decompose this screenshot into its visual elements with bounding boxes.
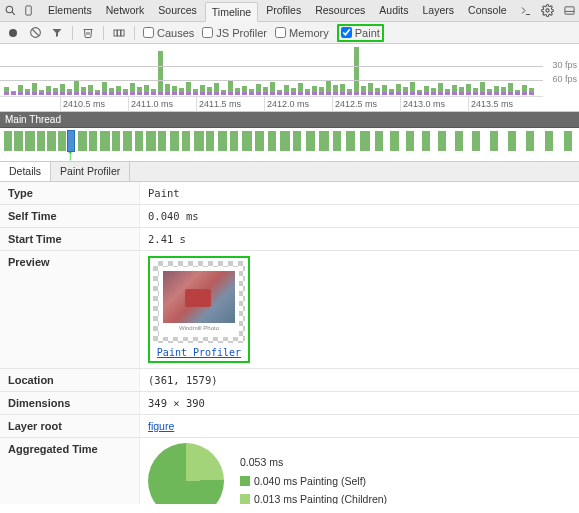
svg-rect-10 <box>114 30 117 36</box>
agg-self: 0.040 ms Painting (Self) <box>254 475 366 487</box>
frames-icon[interactable] <box>112 26 126 40</box>
devtools-tabbar: Elements Network Sources Timeline Profil… <box>0 0 579 22</box>
dock-icon[interactable] <box>563 4 577 18</box>
separator <box>103 26 104 40</box>
location-key: Location <box>0 369 140 391</box>
tab-network[interactable]: Network <box>100 1 151 21</box>
event-detail-tabs: Details Paint Profiler <box>0 162 579 182</box>
fps-60-label: 60 fps <box>552 74 577 84</box>
record-icon[interactable] <box>6 26 20 40</box>
type-key: Type <box>0 182 140 204</box>
svg-rect-2 <box>26 6 32 15</box>
memory-label: Memory <box>289 27 329 39</box>
jsprofiler-checkbox[interactable]: JS Profiler <box>202 27 267 39</box>
separator <box>72 26 73 40</box>
time-tick: 2412.5 ms <box>332 97 377 112</box>
timeline-toolbar: Causes JS Profiler Memory Paint <box>0 22 579 44</box>
tab-elements[interactable]: Elements <box>42 1 98 21</box>
agg-children: 0.013 ms Painting (Children) <box>254 493 387 504</box>
dimensions-key: Dimensions <box>0 392 140 414</box>
preview-image <box>163 271 235 323</box>
layerroot-key: Layer root <box>0 415 140 437</box>
fps-overview[interactable]: 30 fps 60 fps 2410.5 ms2411.0 ms2411.5 m… <box>0 44 579 112</box>
preview-thumbnail: Windmill Photo <box>153 261 245 343</box>
tab-profiles[interactable]: Profiles <box>260 1 307 21</box>
tab-sources[interactable]: Sources <box>152 1 203 21</box>
svg-rect-11 <box>118 30 121 36</box>
paint-highlight: Paint <box>337 24 384 42</box>
pie-legend: 0.053 ms 0.040 ms Painting (Self) 0.013 … <box>240 453 387 504</box>
tab-audits[interactable]: Audits <box>373 1 414 21</box>
fps-60-line <box>0 80 543 81</box>
main-thread-label: Main Thread <box>0 112 579 128</box>
time-tick: 2413.5 ms <box>468 97 513 112</box>
time-tick: 2411.5 ms <box>196 97 241 112</box>
dimensions-value: 349 × 390 <box>140 392 579 414</box>
svg-rect-12 <box>121 30 124 36</box>
starttime-key: Start Time <box>0 228 140 250</box>
panel-tabs: Elements Network Sources Timeline Profil… <box>42 1 513 21</box>
causes-checkbox[interactable]: Causes <box>143 27 194 39</box>
svg-point-7 <box>9 29 17 37</box>
tab-timeline[interactable]: Timeline <box>205 2 258 22</box>
tab-paint-profiler[interactable]: Paint Profiler <box>51 162 130 181</box>
time-ruler: 2410.5 ms2411.0 ms2411.5 ms2412.0 ms2412… <box>0 96 543 111</box>
filter-icon[interactable] <box>50 26 64 40</box>
gear-icon[interactable] <box>541 4 555 18</box>
preview-caption: Windmill Photo <box>163 325 235 331</box>
tab-resources[interactable]: Resources <box>309 1 371 21</box>
swatch-self-icon <box>240 476 250 486</box>
tab-layers[interactable]: Layers <box>417 1 461 21</box>
aggregated-pie-chart <box>148 443 224 504</box>
paint-checkbox[interactable]: Paint <box>341 27 380 39</box>
swatch-children-icon <box>240 494 250 504</box>
details-pane[interactable]: TypePaint Self Time0.040 ms Start Time2.… <box>0 182 579 504</box>
selftime-key: Self Time <box>0 205 140 227</box>
paint-profiler-link[interactable]: Paint Profiler <box>153 347 245 358</box>
starttime-value: 2.41 s <box>140 228 579 250</box>
device-icon[interactable] <box>23 4 34 18</box>
aggtime-key: Aggregated Time <box>0 438 140 504</box>
svg-point-4 <box>546 9 549 12</box>
svg-line-1 <box>12 12 15 15</box>
fps-30-label: 30 fps <box>552 60 577 70</box>
console-toggle-icon[interactable] <box>519 4 533 18</box>
svg-rect-5 <box>565 7 574 14</box>
trash-icon[interactable] <box>81 26 95 40</box>
preview-highlight: Windmill Photo Paint Profiler <box>148 256 250 363</box>
time-tick: 2411.0 ms <box>128 97 173 112</box>
time-tick: 2412.0 ms <box>264 97 309 112</box>
clear-icon[interactable] <box>28 26 42 40</box>
main-thread-strip[interactable]: ↑ <box>0 128 579 162</box>
selftime-value: 0.040 ms <box>140 205 579 227</box>
tab-details[interactable]: Details <box>0 162 51 181</box>
fps-30-line <box>0 66 543 67</box>
svg-point-0 <box>6 6 13 13</box>
tab-console[interactable]: Console <box>462 1 513 21</box>
agg-total: 0.053 ms <box>240 453 387 472</box>
layerroot-link[interactable]: figure <box>148 420 174 432</box>
jsprofiler-label: JS Profiler <box>216 27 267 39</box>
causes-label: Causes <box>157 27 194 39</box>
svg-line-9 <box>32 29 39 36</box>
preview-key: Preview <box>0 251 140 368</box>
search-icon[interactable] <box>4 4 17 18</box>
memory-checkbox[interactable]: Memory <box>275 27 329 39</box>
time-tick: 2413.0 ms <box>400 97 445 112</box>
location-value: (361, 1579) <box>140 369 579 391</box>
time-tick: 2410.5 ms <box>60 97 105 112</box>
separator <box>134 26 135 40</box>
paint-label: Paint <box>355 27 380 39</box>
type-value: Paint <box>140 182 579 204</box>
